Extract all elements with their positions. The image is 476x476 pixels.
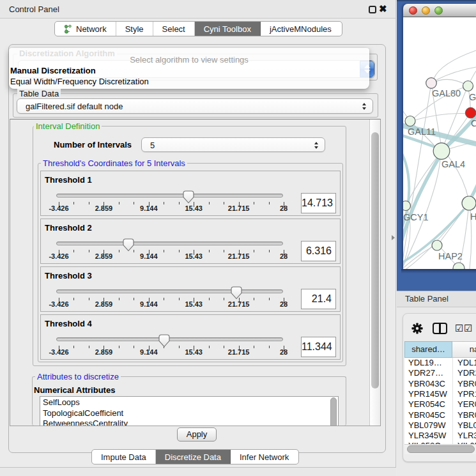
slider-tick: [89, 250, 89, 252]
threshold-3-box: Threshold 3-3.4262.8599.14415.4321.71528…: [40, 266, 341, 312]
combo-arrows-icon: [362, 103, 367, 110]
network-edge[interactable]: [436, 67, 476, 80]
checkbox-column-icon[interactable]: ☑: [464, 323, 472, 334]
slider-tick-label: -3.426: [49, 348, 68, 356]
network-node[interactable]: [403, 201, 411, 211]
slider-thumb[interactable]: [183, 190, 194, 204]
algorithm-dropdown-popup: Select algorithm to view settings Manual…: [9, 48, 369, 89]
gear-icon[interactable]: [411, 322, 424, 335]
column-header-shared-name[interactable]: shared…: [404, 341, 452, 358]
slider-tick-label: 15.43: [185, 300, 203, 308]
table-row[interactable]: YER054CYER054C: [404, 399, 476, 410]
table-data-combobox[interactable]: galFiltered.sif default node: [17, 98, 373, 114]
cell-shared-name: YLR345W: [408, 431, 446, 440]
slider-tick: [73, 346, 74, 348]
tab-style[interactable]: Style: [116, 22, 153, 36]
attributes-group-title: Attributes to discretize: [35, 372, 121, 381]
network-node-label: GCY1: [403, 212, 429, 222]
tab-network[interactable]: Network: [55, 22, 116, 36]
slider-tick-label: 28: [280, 204, 288, 212]
threshold-value-field[interactable]: 6.316: [301, 241, 336, 261]
tab-impute-data[interactable]: Impute Data: [92, 450, 156, 464]
cell-shared-name: YER054C: [408, 399, 445, 409]
slider-tick: [179, 250, 180, 252]
slider-thumb[interactable]: [123, 238, 134, 252]
threshold-value-field[interactable]: 21.4: [301, 289, 336, 309]
threshold-value-field[interactable]: 14.713: [301, 193, 336, 213]
table-row[interactable]: YBL079WYBL079W: [404, 420, 476, 431]
tab-select[interactable]: Select: [153, 22, 195, 36]
slider-tick-label: 21.715: [228, 252, 250, 260]
slider-tick: [179, 298, 180, 300]
slider-track[interactable]: [56, 194, 283, 197]
slider-track[interactable]: [56, 242, 283, 245]
network-edge[interactable]: [408, 157, 437, 202]
table-row[interactable]: YLR345WYLR345W: [404, 431, 476, 441]
table-rows[interactable]: YDL19…YDL194WYDR27…YDR277CYBR043CYBR043C…: [404, 358, 476, 444]
horizontal-scrollbar-thumb[interactable]: [407, 445, 475, 453]
table-panel-title: Table Panel: [405, 294, 449, 303]
network-canvas[interactable]: GAL80GAL3CDC19GAL11GAL4GCY1HIS4HAP2: [403, 17, 476, 269]
close-icon[interactable]: ✖: [379, 3, 387, 15]
slider-track[interactable]: [56, 289, 283, 293]
slider-tick: [269, 250, 270, 252]
network-node-label: GAL11: [408, 127, 436, 137]
table-row[interactable]: YDR27…YDR277C: [404, 368, 476, 379]
table-row[interactable]: YBR043CYBR043C: [404, 379, 476, 390]
slider-tick: [164, 250, 164, 252]
slider-tick: [254, 346, 254, 348]
attribute-list-item[interactable]: TopologicalCoefficient: [43, 408, 123, 418]
split-divider-arrow-icon[interactable]: [392, 235, 395, 240]
slider-tick: [134, 346, 134, 348]
tab-discretize-data[interactable]: Discretize Data: [156, 450, 231, 464]
outside-window-area: [0, 468, 396, 476]
split-table-icon[interactable]: [433, 323, 447, 334]
slider-thumb[interactable]: [158, 334, 170, 348]
number-of-intervals-combobox[interactable]: 5: [141, 137, 325, 152]
threshold-label: Threshold 2: [45, 223, 92, 233]
tab-jactivemnodules[interactable]: jActiveMNodules: [261, 22, 341, 36]
network-node[interactable]: [405, 116, 415, 127]
network-edge[interactable]: [410, 114, 470, 122]
dropdown-item-manual-discretization[interactable]: Manual Discretization: [9, 65, 369, 76]
threshold-value-field[interactable]: 11.344: [301, 337, 336, 357]
dropdown-item-placeholder[interactable]: Select algorithm to view settings: [9, 54, 369, 65]
vertical-scrollbar-thumb[interactable]: [371, 132, 379, 388]
slider-tick: [89, 346, 89, 348]
apply-button[interactable]: Apply: [177, 427, 217, 441]
minimize-traffic-light-icon[interactable]: [422, 6, 430, 15]
slider-tick: [119, 298, 119, 300]
list-scrollbar-thumb[interactable]: [330, 397, 337, 426]
attribute-list-item[interactable]: BetweennessCentrality: [43, 418, 128, 426]
slider-tick: [89, 298, 89, 300]
table-data-group-title: Table Data: [17, 89, 61, 98]
slider-tick: [179, 202, 180, 204]
network-node[interactable]: [462, 196, 476, 210]
threshold-1-box: Threshold 1-3.4262.8599.14415.4321.71528…: [40, 171, 341, 216]
slider-thumb[interactable]: [231, 286, 242, 300]
network-node[interactable]: [426, 78, 437, 89]
checkbox-column-icon[interactable]: ☑: [455, 323, 463, 334]
table-row[interactable]: YBR045CYBR045C: [404, 410, 476, 421]
network-node[interactable]: [465, 107, 475, 118]
close-traffic-light-icon[interactable]: [409, 6, 417, 15]
dropdown-item-equal-width-frequency[interactable]: Equal Width/Frequency Discretization: [9, 76, 369, 87]
slider-tick: [254, 298, 254, 300]
network-edge[interactable]: [434, 50, 476, 79]
tab-cyni-toolbox[interactable]: Cyni Toolbox: [195, 22, 261, 36]
table-row[interactable]: YDL19…YDL194W: [404, 358, 476, 369]
slider-tick: [134, 298, 134, 300]
table-row[interactable]: YPR145WYPR145W: [404, 389, 476, 400]
numerical-attributes-list[interactable]: SelfLoopsTopologicalCoefficientBetweenne…: [40, 396, 339, 426]
network-node[interactable]: [463, 81, 473, 91]
column-header-name[interactable]: name: [452, 341, 476, 358]
tab-infer-network[interactable]: Infer Network: [231, 450, 298, 464]
zoom-traffic-light-icon[interactable]: [434, 6, 443, 15]
attribute-list-item[interactable]: SelfLoops: [43, 397, 80, 407]
float-window-icon[interactable]: [369, 6, 376, 13]
network-node[interactable]: [433, 143, 450, 160]
slider-tick: [73, 298, 74, 300]
network-node[interactable]: [432, 240, 442, 250]
slider-tick: [89, 202, 89, 204]
network-edge-thick[interactable]: [472, 182, 476, 197]
